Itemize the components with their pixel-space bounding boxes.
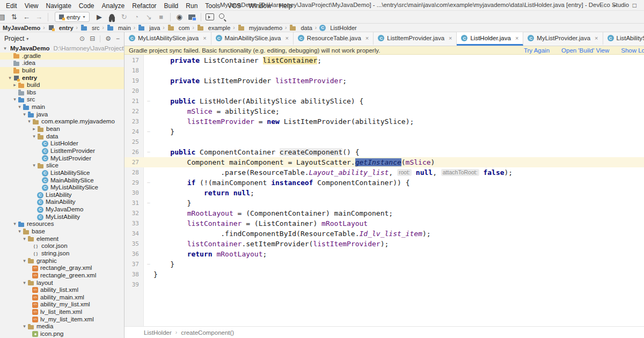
tab-MyListAbilitySlice-java[interactable]: CMyListAbilitySlice.java× — [125, 32, 211, 46]
close-icon[interactable]: × — [365, 35, 369, 41]
run-icon[interactable]: ▶ — [93, 12, 106, 23]
tree-item[interactable]: rectangle_green.xml — [0, 272, 124, 280]
close-icon[interactable]: × — [515, 35, 518, 41]
tree-item[interactable]: lv_list_item.xml — [0, 308, 124, 316]
tree-item[interactable]: CListAbility — [0, 192, 124, 199]
tab-MainAbilitySlice-java[interactable]: CMainAbilitySlice.java× — [211, 32, 294, 46]
coverage-icon[interactable]: ↻ — [118, 12, 130, 23]
close-icon[interactable]: × — [449, 35, 452, 41]
minimize-button[interactable]: – — [613, 2, 617, 9]
tab-ResourceTable-java[interactable]: CResourceTable.java× — [294, 32, 374, 46]
editor-breadcrumb-item[interactable]: createComponent() — [181, 329, 234, 336]
tree-item[interactable]: build — [0, 67, 124, 75]
forward-icon[interactable]: → — [33, 12, 45, 23]
tree-item[interactable]: ▾entry — [0, 75, 124, 82]
breadcrumb-item[interactable]: src — [79, 24, 101, 31]
menu-code[interactable]: Code — [75, 2, 98, 10]
sync-icon[interactable]: ⇅ — [8, 12, 20, 23]
close-icon[interactable]: × — [203, 35, 206, 41]
tab-ListItemProvider-java[interactable]: CListItemProvider.java× — [374, 32, 457, 46]
breadcrumb-item[interactable]: CListHolder — [318, 25, 358, 31]
tab-MyListProvider-java[interactable]: CMyListProvider.java× — [523, 32, 603, 46]
menu-view[interactable]: View — [21, 2, 42, 10]
breadcrumb-item[interactable]: com — [166, 24, 191, 31]
save-icon[interactable]: ▤ — [0, 12, 8, 23]
tree-item[interactable]: { }string.json — [0, 250, 124, 258]
tree-item[interactable]: ▾base — [0, 228, 124, 236]
tree-item[interactable]: lv_my_list_item.xml — [0, 316, 124, 324]
tree-item[interactable]: ▾data — [0, 133, 124, 141]
breadcrumb-item[interactable]: main — [106, 24, 132, 31]
attach-debugger-icon[interactable]: ↘ — [143, 12, 155, 23]
maximize-button[interactable]: □ — [633, 2, 636, 9]
tree-item[interactable]: .gradle — [0, 53, 124, 60]
close-icon[interactable]: × — [595, 35, 598, 41]
menu-refactor[interactable]: Refactor — [128, 2, 160, 10]
tree-item[interactable]: libs — [0, 89, 124, 97]
profiler-icon[interactable]: ◔ — [130, 12, 143, 23]
tree-item[interactable]: CListItemProvider — [0, 148, 124, 155]
locate-icon[interactable]: ⊙ — [79, 35, 85, 42]
tree-item[interactable]: icon.png — [0, 330, 124, 338]
tree-item[interactable]: ▾graphic — [0, 258, 124, 265]
tab-ListHolder-java[interactable]: CListHolder.java× — [457, 32, 523, 46]
banner-action-open--build--view[interactable]: Open 'Build' View — [561, 47, 609, 54]
tree-item[interactable]: CMyListAbility — [0, 214, 124, 221]
menu-edit[interactable]: Edit — [2, 2, 21, 10]
device-manager-icon[interactable] — [186, 12, 198, 23]
banner-action-try-again[interactable]: Try Again — [524, 47, 550, 54]
close-icon[interactable]: × — [285, 35, 288, 41]
tree-item[interactable]: ability_main.xml — [0, 294, 124, 302]
collapse-all-icon[interactable]: ⊟ — [90, 35, 95, 42]
tree-item[interactable]: CListAbilitySlice — [0, 170, 124, 177]
tree-item[interactable]: CMainAbility — [0, 199, 124, 206]
tree-item[interactable]: ▾java — [0, 111, 124, 119]
package-icon — [27, 236, 34, 243]
tree-item[interactable]: ▾resources — [0, 221, 124, 228]
tree-item[interactable]: CMainAbilitySlice — [0, 177, 124, 185]
menu-analyze[interactable]: Analyze — [98, 2, 129, 10]
tree-item[interactable]: .idea — [0, 60, 124, 67]
hide-panel-icon[interactable]: − — [116, 35, 120, 42]
tree-item[interactable]: ▾MyJavaDemoD:\Harmoney\JavaProject\MyJav… — [0, 45, 124, 53]
code-editor[interactable]: 17 private ListContainer listContainer;1… — [125, 55, 644, 326]
breadcrumb-item[interactable]: example — [196, 24, 232, 31]
back-icon[interactable]: ← — [20, 12, 33, 23]
virtual-device-icon[interactable]: ◉ — [173, 12, 186, 23]
tree-item[interactable]: ▾element — [0, 236, 124, 243]
breadcrumb-item[interactable]: MyJavaDemo — [2, 25, 41, 31]
editor-breadcrumb-item[interactable]: ListHolder — [144, 329, 172, 336]
tree-item[interactable]: ability_list.xml — [0, 286, 124, 294]
run-config-select[interactable]: entry▾ — [55, 12, 90, 22]
tab-ListAbilitySlice-ja[interactable]: CListAbilitySlice.ja — [603, 32, 644, 46]
search-icon[interactable] — [216, 12, 229, 23]
breadcrumb-item[interactable]: data — [288, 24, 313, 31]
gear-icon[interactable]: ⚙ — [105, 35, 111, 42]
debug-icon[interactable] — [106, 12, 118, 23]
menu-navigate[interactable]: Navigate — [42, 2, 75, 10]
tree-item[interactable]: CListHolder — [0, 140, 124, 148]
tree-item[interactable]: ▸bean — [0, 126, 124, 133]
terminal-icon[interactable] — [204, 12, 216, 23]
menu-run[interactable]: Run — [182, 2, 201, 10]
tree-item[interactable]: rectangle_gray.xml — [0, 264, 124, 272]
tree-item[interactable]: { }color.json — [0, 243, 124, 250]
breadcrumb-item[interactable]: java — [137, 24, 161, 31]
tree-item[interactable]: ▾layout — [0, 280, 124, 287]
tree-item[interactable]: CMyListAbilitySlice — [0, 184, 124, 192]
tree-item[interactable]: CMyListProvider — [0, 155, 124, 163]
banner-action-show-log-in-explorer[interactable]: Show Log in Explorer — [621, 47, 644, 54]
tree-item[interactable]: ▸build — [0, 82, 124, 89]
tree-item[interactable]: ▾media — [0, 323, 124, 330]
stop-icon[interactable]: ■ — [155, 12, 167, 23]
breadcrumb-item[interactable]: entry — [47, 24, 75, 31]
tree-item[interactable]: ▾src — [0, 96, 124, 104]
tree-item[interactable]: ▾com.example.myjavademo — [0, 118, 124, 126]
menu-build[interactable]: Build — [160, 2, 182, 10]
tree-item[interactable]: ▾main — [0, 104, 124, 111]
project-panel-title[interactable]: Project — [4, 35, 24, 42]
tree-item[interactable]: ability_my_list.xml — [0, 301, 124, 308]
tree-item[interactable]: CMyJavaDemo — [0, 206, 124, 214]
tree-item[interactable]: ▾slice — [0, 162, 124, 170]
breadcrumb-item[interactable]: myjavademo — [237, 24, 283, 31]
